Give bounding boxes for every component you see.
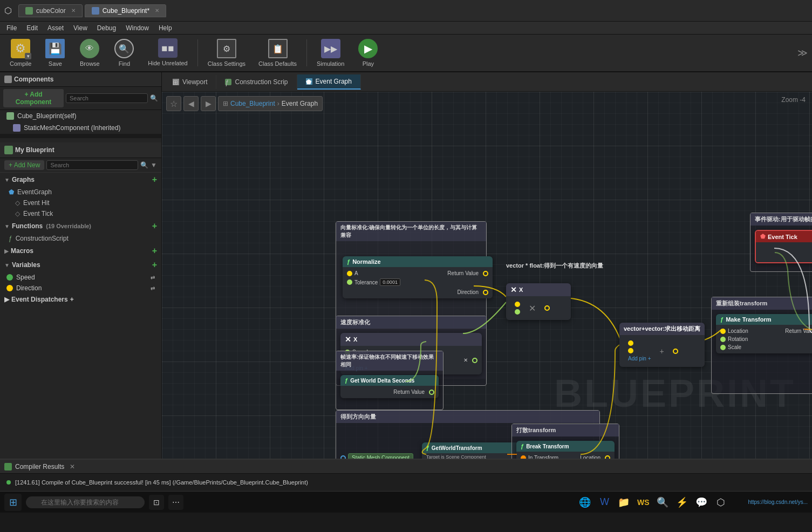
hide-unrelated-button[interactable]: ◼◼ Hide Unrelated: [142, 36, 193, 69]
toolbar-expand-icon[interactable]: ≫: [797, 47, 808, 59]
normalize-return-label: Return Value: [447, 270, 479, 276]
menu-view[interactable]: View: [69, 23, 92, 33]
event-tick-label: Event Tick: [23, 210, 53, 217]
vector-add-out-pin[interactable]: [673, 349, 678, 354]
simulation-button[interactable]: ▶▶ Simulation: [311, 37, 350, 69]
compiler-results-close-icon[interactable]: ✕: [70, 463, 75, 470]
blueprint-search-input[interactable]: [46, 160, 138, 170]
variables-section-header[interactable]: ▼ Variables +: [0, 258, 161, 272]
event-dispatchers-add-icon[interactable]: +: [70, 296, 74, 303]
class-settings-button[interactable]: ⚙ Class Settings: [202, 37, 251, 69]
graphs-add-icon[interactable]: +: [152, 175, 157, 185]
tab-cube-color[interactable]: cubeColor ✕: [18, 4, 83, 17]
normalize-tolerance-value[interactable]: 0.0001: [380, 278, 400, 286]
break-location-pin[interactable]: [605, 455, 610, 459]
functions-add-icon[interactable]: +: [152, 221, 157, 231]
macros-section-header[interactable]: ▶ Macros +: [0, 244, 161, 258]
bp-options-icon[interactable]: ▼: [151, 161, 157, 169]
direction-variable-item[interactable]: Direction ⇄: [0, 283, 161, 294]
taskbar-word-icon[interactable]: W: [597, 495, 612, 510]
vector-float-node[interactable]: ✕ X ✕: [506, 283, 571, 320]
normalize-node-title: Normalize: [352, 258, 381, 265]
break-transform-body: In Transform Location Rotation Scale: [516, 452, 615, 459]
taskbar-task-view-button[interactable]: ⊡: [149, 495, 164, 510]
compile-button[interactable]: ⚙ ▼ Compile: [4, 37, 37, 69]
taskbar-ws-icon[interactable]: WS: [636, 495, 651, 510]
get-world-delta-node[interactable]: ƒ Get World Delta Seconds Return Value: [340, 375, 439, 398]
vector-add-in2-pin[interactable]: [628, 348, 633, 353]
vector-in2-pin[interactable]: [515, 309, 520, 315]
static-mesh-pin[interactable]: [340, 455, 346, 459]
browse-button[interactable]: 👁 Browse: [73, 37, 106, 69]
variables-add-icon[interactable]: +: [152, 260, 157, 270]
save-button[interactable]: 💾 Save: [39, 37, 71, 69]
speed-variable-item[interactable]: Speed ⇄: [0, 272, 161, 283]
make-transform-node[interactable]: ƒ Make Transform Location Return Value: [716, 314, 812, 353]
tab-viewport[interactable]: ⊞ Viewport: [164, 75, 216, 89]
back-button[interactable]: ◀: [183, 96, 199, 111]
component-static-mesh-item[interactable]: StaticMeshComponent (Inherited): [0, 122, 161, 134]
normalize-tolerance-pin[interactable]: [347, 279, 352, 285]
components-search-input[interactable]: [66, 93, 148, 103]
taskbar-folder-icon[interactable]: 📁: [616, 495, 631, 510]
taskbar-chrome-icon[interactable]: 🌐: [577, 495, 592, 510]
vector-out-pin[interactable]: [544, 305, 550, 311]
location-in-pin[interactable]: [720, 329, 726, 334]
taskbar-vs-icon[interactable]: ⚡: [674, 495, 690, 510]
functions-section-header[interactable]: ▼ Functions (19 Overridable) +: [0, 219, 161, 233]
tab-cube-blueprint-close[interactable]: ✕: [155, 8, 159, 13]
get-delta-return-pin[interactable]: [429, 390, 434, 395]
macros-add-icon[interactable]: +: [152, 246, 157, 256]
tab-cube-color-close[interactable]: ✕: [71, 8, 76, 13]
break-in-pin[interactable]: [521, 455, 526, 459]
construction-script-item[interactable]: ƒ ConstructionScript: [0, 233, 161, 244]
rotation-in-pin[interactable]: [720, 337, 726, 342]
break-transform-node[interactable]: ƒ Break Transform In Transform Location: [516, 441, 615, 459]
event-tick-node[interactable]: ⬟ Event Tick Delta Seconds: [755, 230, 812, 263]
tab-construction-script[interactable]: ƒ Construction Scrip: [216, 75, 297, 89]
graph-area[interactable]: ☆ ◀ ▶ ⊞ Cube_Blueprint › Event Graph Zoo…: [162, 92, 812, 459]
forward-button[interactable]: ▶: [201, 96, 216, 111]
class-defaults-button[interactable]: 📋 Class Defaults: [253, 37, 302, 69]
static-mesh-icon: [13, 124, 21, 132]
taskbar-apps-button[interactable]: ⋯: [168, 495, 183, 510]
normalize-direction-pin[interactable]: [483, 290, 488, 295]
taskbar-search-app-icon[interactable]: 🔍: [655, 495, 670, 510]
normalize-a-pin[interactable]: [347, 271, 352, 276]
menu-help[interactable]: Help: [154, 23, 176, 33]
tab-cube-blueprint[interactable]: Cube_Blueprint* ✕: [85, 4, 166, 17]
tab-event-graph[interactable]: ⬟ Event Graph: [297, 74, 361, 90]
taskbar-chat-icon[interactable]: 💬: [694, 495, 709, 510]
event-graph-item[interactable]: ⬟ EventGraph: [0, 187, 161, 197]
vector-in1-pin[interactable]: [515, 302, 520, 307]
direction-variable-icon: [6, 285, 13, 291]
normalize-node[interactable]: ƒ Normalize A Return Value: [343, 256, 493, 298]
vector-add-in1-pin[interactable]: [628, 340, 633, 346]
scale-in-pin[interactable]: [720, 345, 726, 350]
event-dispatchers-header[interactable]: ▶ Event Dispatchers +: [0, 294, 161, 305]
windows-start-button[interactable]: ⊞: [4, 494, 22, 511]
speed-output-pin[interactable]: [472, 358, 477, 363]
menu-debug[interactable]: Debug: [93, 23, 120, 33]
bp-search-icon[interactable]: 🔍: [140, 161, 148, 169]
event-dispatchers-arrow-icon: ▶: [4, 296, 9, 303]
find-button[interactable]: 🔍 Find: [108, 37, 140, 69]
menu-edit[interactable]: Edit: [22, 23, 42, 33]
taskbar-ue-icon[interactable]: ⬡: [713, 495, 728, 510]
normalize-return-pin[interactable]: [483, 271, 488, 276]
vector-add-add-pin[interactable]: Add pin +: [628, 356, 651, 362]
component-self-item[interactable]: Cube_Blueprint(self): [0, 110, 161, 122]
menu-window[interactable]: Window: [121, 23, 153, 33]
add-component-button[interactable]: + Add Component: [3, 89, 64, 107]
add-new-button[interactable]: + Add New: [4, 160, 44, 170]
play-button[interactable]: ▶ Play: [352, 37, 384, 69]
menu-file[interactable]: File: [2, 23, 21, 33]
taskbar-search-input[interactable]: [26, 496, 145, 508]
bookmark-button[interactable]: ☆: [166, 96, 181, 111]
vector-add-node[interactable]: vector+vector:求出移动距离 Add pin +: [619, 323, 705, 367]
graphs-section-header[interactable]: ▼ Graphs +: [0, 173, 161, 187]
event-tick-item[interactable]: ◇ Event Tick: [0, 208, 161, 219]
menu-asset[interactable]: Asset: [43, 23, 68, 33]
get-world-transform-node[interactable]: ƒ GetWorldTransform Target is Scene Comp…: [422, 442, 519, 459]
event-hit-item[interactable]: ◇ Event Hit: [0, 197, 161, 208]
